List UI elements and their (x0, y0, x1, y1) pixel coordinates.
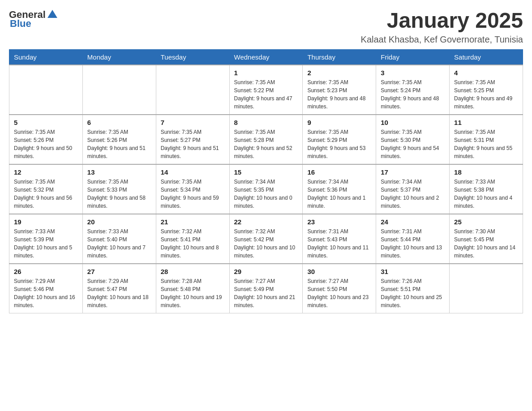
day-info: Sunrise: 7:27 AMSunset: 5:50 PMDaylight:… (307, 277, 371, 309)
calendar-cell (450, 264, 523, 313)
day-info: Sunrise: 7:35 AMSunset: 5:25 PMDaylight:… (454, 78, 518, 111)
calendar-cell: 28Sunrise: 7:28 AMSunset: 5:48 PMDayligh… (156, 264, 229, 313)
day-number: 17 (381, 168, 445, 176)
day-info: Sunrise: 7:35 AMSunset: 5:26 PMDaylight:… (87, 128, 151, 160)
calendar-cell: 16Sunrise: 7:34 AMSunset: 5:36 PMDayligh… (303, 164, 376, 214)
day-info: Sunrise: 7:33 AMSunset: 5:40 PMDaylight:… (87, 227, 151, 260)
calendar-cell: 31Sunrise: 7:26 AMSunset: 5:51 PMDayligh… (376, 264, 450, 313)
day-info: Sunrise: 7:35 AMSunset: 5:34 PMDaylight:… (161, 178, 225, 210)
day-number: 5 (14, 119, 78, 126)
day-number: 8 (234, 119, 298, 126)
page-header: General Blue January 2025 Kalaat Khasba,… (9, 9, 523, 45)
weekday-header-sunday: Sunday (9, 49, 83, 65)
day-number: 13 (87, 168, 151, 176)
calendar-cell: 15Sunrise: 7:34 AMSunset: 5:35 PMDayligh… (229, 164, 303, 214)
day-info: Sunrise: 7:33 AMSunset: 5:39 PMDaylight:… (14, 227, 78, 260)
day-number: 31 (381, 268, 445, 275)
day-info: Sunrise: 7:31 AMSunset: 5:43 PMDaylight:… (307, 227, 371, 260)
day-number: 29 (234, 268, 298, 275)
svg-marker-0 (47, 10, 57, 18)
day-info: Sunrise: 7:26 AMSunset: 5:51 PMDaylight:… (381, 277, 445, 309)
calendar-week-3: 12Sunrise: 7:35 AMSunset: 5:32 PMDayligh… (9, 164, 523, 214)
calendar-week-2: 5Sunrise: 7:35 AMSunset: 5:26 PMDaylight… (9, 115, 523, 164)
day-info: Sunrise: 7:27 AMSunset: 5:49 PMDaylight:… (234, 277, 298, 309)
calendar-cell: 3Sunrise: 7:35 AMSunset: 5:24 PMDaylight… (376, 65, 450, 115)
calendar-cell: 18Sunrise: 7:33 AMSunset: 5:38 PMDayligh… (450, 164, 523, 214)
day-number: 25 (454, 218, 518, 226)
day-number: 27 (87, 268, 151, 275)
weekday-header-thursday: Thursday (303, 49, 376, 65)
calendar-cell: 22Sunrise: 7:32 AMSunset: 5:42 PMDayligh… (229, 214, 303, 264)
day-number: 6 (87, 119, 151, 126)
calendar-week-1: 1Sunrise: 7:35 AMSunset: 5:22 PMDaylight… (9, 65, 523, 115)
day-info: Sunrise: 7:31 AMSunset: 5:44 PMDaylight:… (381, 227, 445, 260)
weekday-header-saturday: Saturday (450, 49, 523, 65)
calendar-cell (156, 65, 229, 115)
day-info: Sunrise: 7:35 AMSunset: 5:24 PMDaylight:… (381, 78, 445, 111)
logo-triangle-icon (47, 9, 57, 19)
calendar-week-4: 19Sunrise: 7:33 AMSunset: 5:39 PMDayligh… (9, 214, 523, 264)
calendar-cell: 2Sunrise: 7:35 AMSunset: 5:23 PMDaylight… (303, 65, 376, 115)
day-number: 21 (161, 218, 225, 226)
day-info: Sunrise: 7:35 AMSunset: 5:33 PMDaylight:… (87, 178, 151, 210)
day-number: 18 (454, 168, 518, 176)
day-info: Sunrise: 7:35 AMSunset: 5:32 PMDaylight:… (14, 178, 78, 210)
location-subtitle: Kalaat Khasba, Kef Governorate, Tunisia (361, 34, 523, 45)
month-title: January 2025 (361, 9, 523, 33)
day-info: Sunrise: 7:35 AMSunset: 5:28 PMDaylight:… (234, 128, 298, 160)
logo-blue: Blue (10, 18, 31, 30)
day-info: Sunrise: 7:35 AMSunset: 5:29 PMDaylight:… (307, 128, 371, 160)
day-number: 2 (307, 69, 371, 77)
logo: General Blue (9, 9, 57, 30)
day-number: 9 (307, 119, 371, 126)
calendar-cell: 17Sunrise: 7:34 AMSunset: 5:37 PMDayligh… (376, 164, 450, 214)
calendar-cell: 11Sunrise: 7:35 AMSunset: 5:31 PMDayligh… (450, 115, 523, 164)
day-number: 15 (234, 168, 298, 176)
day-info: Sunrise: 7:34 AMSunset: 5:37 PMDaylight:… (381, 178, 445, 210)
day-info: Sunrise: 7:29 AMSunset: 5:47 PMDaylight:… (87, 277, 151, 309)
day-number: 10 (381, 119, 445, 126)
day-number: 3 (381, 69, 445, 77)
day-info: Sunrise: 7:32 AMSunset: 5:41 PMDaylight:… (161, 227, 225, 260)
calendar-cell: 19Sunrise: 7:33 AMSunset: 5:39 PMDayligh… (9, 214, 83, 264)
calendar-cell: 24Sunrise: 7:31 AMSunset: 5:44 PMDayligh… (376, 214, 450, 264)
day-number: 22 (234, 218, 298, 226)
calendar-header-row: SundayMondayTuesdayWednesdayThursdayFrid… (9, 49, 523, 65)
day-info: Sunrise: 7:28 AMSunset: 5:48 PMDaylight:… (161, 277, 225, 309)
day-number: 7 (161, 119, 225, 126)
day-info: Sunrise: 7:35 AMSunset: 5:26 PMDaylight:… (14, 128, 78, 160)
calendar-cell: 9Sunrise: 7:35 AMSunset: 5:29 PMDaylight… (303, 115, 376, 164)
day-info: Sunrise: 7:35 AMSunset: 5:27 PMDaylight:… (161, 128, 225, 160)
day-number: 1 (234, 69, 298, 77)
calendar-cell: 8Sunrise: 7:35 AMSunset: 5:28 PMDaylight… (229, 115, 303, 164)
day-info: Sunrise: 7:33 AMSunset: 5:38 PMDaylight:… (454, 178, 518, 210)
calendar-cell: 6Sunrise: 7:35 AMSunset: 5:26 PMDaylight… (82, 115, 156, 164)
calendar-cell: 12Sunrise: 7:35 AMSunset: 5:32 PMDayligh… (9, 164, 83, 214)
calendar-cell: 21Sunrise: 7:32 AMSunset: 5:41 PMDayligh… (156, 214, 229, 264)
calendar-cell: 30Sunrise: 7:27 AMSunset: 5:50 PMDayligh… (303, 264, 376, 313)
title-block: January 2025 Kalaat Khasba, Kef Governor… (361, 9, 523, 45)
day-number: 16 (307, 168, 371, 176)
day-info: Sunrise: 7:34 AMSunset: 5:36 PMDaylight:… (307, 178, 371, 210)
calendar-cell: 4Sunrise: 7:35 AMSunset: 5:25 PMDaylight… (450, 65, 523, 115)
day-info: Sunrise: 7:34 AMSunset: 5:35 PMDaylight:… (234, 178, 298, 210)
calendar-cell: 25Sunrise: 7:30 AMSunset: 5:45 PMDayligh… (450, 214, 523, 264)
calendar-cell: 5Sunrise: 7:35 AMSunset: 5:26 PMDaylight… (9, 115, 83, 164)
weekday-header-tuesday: Tuesday (156, 49, 229, 65)
day-number: 30 (307, 268, 371, 275)
weekday-header-wednesday: Wednesday (229, 49, 303, 65)
day-number: 14 (161, 168, 225, 176)
calendar-cell: 10Sunrise: 7:35 AMSunset: 5:30 PMDayligh… (376, 115, 450, 164)
day-info: Sunrise: 7:35 AMSunset: 5:30 PMDaylight:… (381, 128, 445, 160)
day-number: 11 (454, 119, 518, 126)
day-number: 26 (14, 268, 78, 275)
calendar-cell: 20Sunrise: 7:33 AMSunset: 5:40 PMDayligh… (82, 214, 156, 264)
calendar-cell: 23Sunrise: 7:31 AMSunset: 5:43 PMDayligh… (303, 214, 376, 264)
day-number: 24 (381, 218, 445, 226)
day-number: 12 (14, 168, 78, 176)
day-info: Sunrise: 7:30 AMSunset: 5:45 PMDaylight:… (454, 227, 518, 260)
day-number: 19 (14, 218, 78, 226)
day-info: Sunrise: 7:32 AMSunset: 5:42 PMDaylight:… (234, 227, 298, 260)
calendar-cell: 7Sunrise: 7:35 AMSunset: 5:27 PMDaylight… (156, 115, 229, 164)
weekday-header-friday: Friday (376, 49, 450, 65)
